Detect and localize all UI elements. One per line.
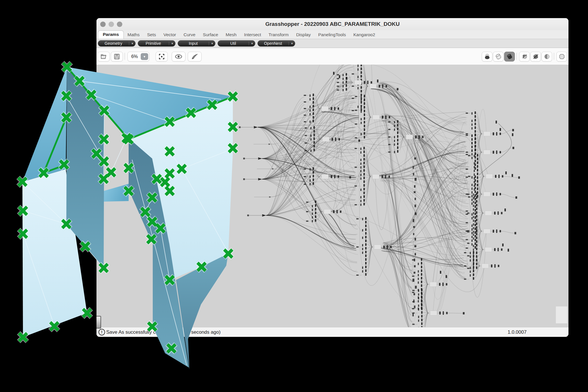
zoom-extents-button[interactable] <box>156 52 168 61</box>
dropdown-primitive[interactable]: Primitive▾ <box>138 40 175 47</box>
dropdown-input[interactable]: Input▾ <box>178 40 215 47</box>
tab-intersect[interactable]: Intersect <box>240 31 265 39</box>
preview-quality-icon <box>558 53 565 60</box>
selected-shaded-preview-button[interactable] <box>541 52 552 61</box>
open-folder-icon <box>100 53 107 60</box>
status-bar: ! Save As successfully co seconds ago) 1… <box>96 327 568 337</box>
sketch-brush-icon <box>191 53 198 60</box>
selected-edge <box>44 165 65 173</box>
dropdown-opennest[interactable]: OpenNest▾ <box>258 40 295 47</box>
chevron-down-icon: ▾ <box>129 42 136 45</box>
tab-params[interactable]: Params <box>98 30 124 39</box>
tab-sets[interactable]: Sets <box>143 31 160 39</box>
preview-visibility-button[interactable] <box>172 52 185 61</box>
chevron-down-icon: ▾ <box>169 42 175 45</box>
tab-display[interactable]: Display <box>292 31 314 39</box>
dropdown-label: Input <box>178 41 209 46</box>
status-info-icon: ! <box>98 329 105 335</box>
screen: { "window": { "title": "Grasshopper - 20… <box>0 0 588 392</box>
save-icon <box>113 53 120 60</box>
no-preview-icon <box>484 53 491 60</box>
tab-curve[interactable]: Curve <box>180 31 199 39</box>
dropdown-util[interactable]: Util▾ <box>218 40 255 47</box>
dropdown-label: Geometry <box>98 41 129 46</box>
tab-maths[interactable]: Maths <box>124 31 143 39</box>
status-message-tail: seconds ago) <box>191 327 220 337</box>
wireframe-preview-button[interactable] <box>493 52 504 61</box>
mesh-face-left-triangle <box>22 67 67 182</box>
canvas-toolbar: 6% ▾ <box>96 48 568 65</box>
selected-no-preview-icon <box>521 53 528 60</box>
tab-transform[interactable]: Transform <box>265 31 292 39</box>
tab-surface[interactable]: Surface <box>199 31 222 39</box>
open-file-button[interactable] <box>98 52 110 61</box>
panel-toggle-handle[interactable] <box>96 316 101 329</box>
dropdown-geometry[interactable]: Geometry▾ <box>98 40 136 47</box>
category-dropdowns: Geometry▾Primitive▾Input▾Util▾OpenNest▾ <box>96 39 568 48</box>
window-title: Grasshopper - 20220903 ABC_PARAMETRIK_DO… <box>96 18 568 30</box>
version-label: 1.0.0007 <box>508 327 527 337</box>
toolbar-separator <box>517 53 517 60</box>
tab-panelingtools[interactable]: PanelingTools <box>314 31 350 39</box>
mesh-face-left-panel <box>22 169 87 337</box>
eye-icon <box>175 53 183 60</box>
selected-no-preview-button[interactable] <box>519 52 530 61</box>
chevron-down-icon: ▾ <box>249 42 255 45</box>
selected-wireframe-preview-icon <box>532 53 539 60</box>
tab-strip: ParamsMathsSetsVectorCurveSurfaceMeshInt… <box>96 30 568 39</box>
tab-mesh[interactable]: Mesh <box>222 31 240 39</box>
chevron-down-icon[interactable]: ▾ <box>141 53 148 60</box>
zoom-level-control[interactable]: 6% ▾ <box>127 52 149 61</box>
chevron-down-icon: ▾ <box>209 42 215 45</box>
selected-wireframe-preview-button[interactable] <box>530 52 541 61</box>
tab-vector[interactable]: Vector <box>160 31 180 39</box>
grasshopper-window: Grasshopper - 20220903 ABC_PARAMETRIK_DO… <box>96 18 568 337</box>
shaded-preview-icon <box>506 53 513 60</box>
dropdown-label: Util <box>218 41 249 46</box>
zoom-extents-icon <box>158 53 165 60</box>
no-preview-button[interactable] <box>482 52 492 61</box>
wireframe-preview-icon <box>495 53 502 60</box>
window-titlebar: Grasshopper - 20220903 ABC_PARAMETRIK_DO… <box>96 18 568 30</box>
chevron-down-icon: ▾ <box>289 42 295 45</box>
zoom-level-value: 6% <box>128 54 141 59</box>
sketch-tool-button[interactable] <box>188 52 202 61</box>
tab-kangaroo2[interactable]: Kangaroo2 <box>350 31 379 39</box>
dropdown-label: OpenNest <box>258 41 289 46</box>
toolbar-separator <box>554 53 554 60</box>
dropdown-label: Primitive <box>138 41 169 46</box>
status-message: Save As successfully co <box>106 327 158 337</box>
node-graph <box>96 65 568 327</box>
selected-shaded-preview-icon <box>543 53 550 60</box>
preview-quality-button[interactable] <box>556 52 567 61</box>
save-file-button[interactable] <box>111 52 123 61</box>
gh-canvas[interactable] <box>96 65 568 327</box>
shaded-preview-button[interactable] <box>504 52 515 61</box>
selected-edge <box>44 117 66 173</box>
toolbar-separator <box>125 53 125 60</box>
canvas-corner-widget[interactable] <box>556 306 567 323</box>
